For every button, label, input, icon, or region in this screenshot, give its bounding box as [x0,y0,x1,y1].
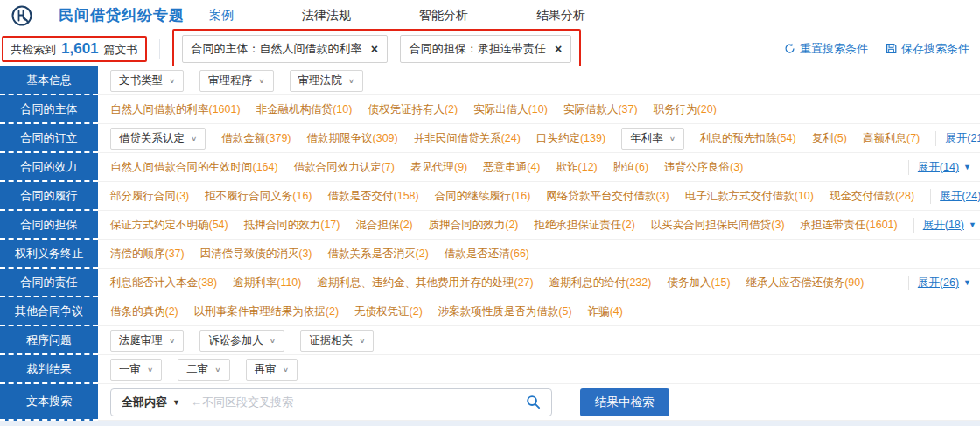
filter-option[interactable]: 以刑事案件审理结果为依据(2) [194,304,339,319]
filter-option[interactable]: 表见代理(9) [410,160,467,175]
sidebar-item-text-search[interactable]: 文本搜索 [0,384,98,421]
filter-option-count: (54) [776,132,795,144]
filter-dropdown[interactable]: 诉讼参加人∨ [200,330,284,352]
sidebar-category[interactable]: 合同的主体 [0,95,98,124]
close-icon[interactable]: × [371,43,378,55]
filter-option[interactable]: 逾期利率(110) [233,276,301,290]
filter-option[interactable]: 口头约定(139) [536,131,606,146]
expand-link[interactable]: 展开(26) [918,276,959,290]
filter-option[interactable]: 借款期限争议(309) [307,131,398,146]
filter-dropdown[interactable]: 审理程序∨ [200,70,273,92]
filter-option[interactable]: 诈骗(4) [588,304,623,319]
nav-item[interactable]: 结果分析 [536,8,585,24]
sidebar-category[interactable]: 程序问题 [0,326,98,355]
sidebar-category[interactable]: 基本信息 [0,66,98,95]
filter-option[interactable]: 部分履行合同(3) [110,189,189,204]
filter-option[interactable]: 网络贷款平台交付借款(3) [546,189,668,204]
filter-option[interactable]: 因清偿导致债的消灭(3) [200,247,312,262]
save-search-button[interactable]: 保存搜索条件 [886,41,970,57]
sidebar-category[interactable]: 其他合同争议 [0,297,98,326]
filter-option[interactable]: 以买卖合同担保民间借贷(3) [651,218,785,233]
filter-option[interactable]: 拒不履行合同义务(16) [205,189,312,204]
filter-option-label: 胁迫 [613,161,635,173]
filter-option[interactable]: 借款金额(379) [221,131,290,146]
expand-link[interactable]: 展开(24) [940,189,980,204]
filter-option[interactable]: 混合担保(2) [355,218,412,233]
close-icon[interactable]: × [555,43,562,55]
filter-dropdown[interactable]: 再审∨ [246,359,298,381]
sidebar-category[interactable]: 合同的担保 [0,211,98,240]
filter-option[interactable]: 电子汇款方式交付借款(10) [685,189,814,204]
filter-option[interactable]: 借款是否还清(66) [444,247,529,262]
filter-option[interactable]: 并非民间借贷关系(24) [414,131,521,146]
filter-dropdown[interactable]: 借贷关系认定∨ [110,128,206,150]
filter-option[interactable]: 借条的真伪(2) [110,304,178,319]
filter-option[interactable]: 高额利息(7) [863,131,920,146]
filter-dropdown[interactable]: 文书类型∨ [110,70,184,92]
filter-option[interactable]: 无债权凭证(2) [354,304,423,319]
filter-option[interactable]: 承担连带责任(1601) [801,218,898,233]
filter-option[interactable]: 职务行为(20) [654,102,717,117]
filter-option[interactable]: 债权凭证持有人(2) [368,102,458,117]
sidebar-category[interactable]: 合同的履行 [0,182,98,211]
filter-option[interactable]: 利息的预先扣除(54) [700,131,796,146]
filter-dropdown[interactable]: 审理法院∨ [290,70,363,92]
filter-option[interactable]: 借款关系是否消灭(2) [328,247,429,262]
search-icon[interactable] [526,395,541,409]
filter-dropdown[interactable]: 二审∨ [178,359,229,381]
nav-item[interactable]: 法律法规 [302,8,351,24]
reset-search-button[interactable]: 重置搜索条件 [784,41,868,57]
filter-dropdown[interactable]: 证据相关∨ [300,330,374,352]
filter-option[interactable]: 自然人间借款合同的生效时间(164) [110,160,278,175]
filter-option-label: 非金融机构借贷 [256,103,333,115]
filter-option[interactable]: 债务加入(15) [667,276,730,290]
filter-option[interactable]: 违背公序良俗(3) [664,160,743,175]
sidebar-category[interactable]: 合同的订立 [0,124,98,153]
search-in-results-button[interactable]: 结果中检索 [580,388,669,416]
search-scope-select[interactable]: 全部内容 ▼ [122,395,180,410]
text-search-body: 全部内容 ▼ 结果中检索 [98,384,980,421]
filter-option[interactable]: 逾期利息、违约金、其他费用并存的处理(27) [318,276,534,290]
filter-dropdown[interactable]: 法庭审理∨ [110,330,184,352]
filter-option[interactable]: 实际出借人(10) [473,102,548,117]
filter-dropdown[interactable]: 年利率∨ [621,128,684,150]
filter-option[interactable]: 欺诈(12) [556,160,598,175]
filter-option[interactable]: 合同的继续履行(16) [435,189,531,204]
filter-option[interactable]: 保证方式约定不明确(54) [110,218,228,233]
sidebar-category[interactable]: 裁判结果 [0,355,98,384]
filter-option[interactable]: 利息能否计入本金(38) [110,276,217,290]
filter-option[interactable]: 非金融机构借贷(10) [256,102,353,117]
sidebar-category[interactable]: 合同的效力 [0,153,98,182]
filter-option[interactable]: 清偿的顺序(37) [110,247,185,262]
nav-item[interactable]: 智能分析 [419,8,468,24]
filter-option[interactable]: 逾期利息的给付(232) [550,276,652,290]
filter-option-label: 涉案款项性质是否为借款 [438,305,559,318]
filter-option[interactable]: 抵押合同的效力(17) [244,218,340,233]
expand-link[interactable]: 展开(21) [945,131,980,146]
expand-link[interactable]: 展开(18) [923,218,964,233]
search-input[interactable] [191,395,515,409]
filter-option[interactable]: 拒绝承担保证责任(2) [535,218,635,233]
sidebar-category[interactable]: 权利义务终止 [0,240,98,269]
filter-tag[interactable]: 合同的担保：承担连带责任× [400,35,571,63]
filter-option[interactable]: 涉案款项性质是否为借款(5) [438,304,572,319]
nav-item[interactable]: 案例 [209,8,234,24]
filter-option[interactable]: 实际借款人(37) [564,102,638,117]
filter-option[interactable]: 质押合同的效力(2) [429,218,519,233]
filter-option[interactable]: 胁迫(6) [613,160,648,175]
filter-option[interactable]: 复利(5) [812,131,847,146]
filter-option[interactable]: 自然人间借款的利率(1601) [110,102,241,117]
chevron-down-icon: ∨ [214,366,220,373]
filter-option[interactable]: 借款是否交付(158) [328,189,419,204]
filter-dropdown[interactable]: 一审∨ [110,359,162,381]
filter-option[interactable]: 现金交付借款(28) [830,189,914,204]
app-logo-icon[interactable] [10,4,33,27]
expand-link[interactable]: 展开(14) [918,160,959,175]
filter-option[interactable]: 恶意串通(4) [483,160,540,175]
sidebar-category[interactable]: 合同的责任 [0,269,98,297]
filter-option[interactable]: 继承人应否偿还债务(90) [746,276,864,290]
filter-tag-label: 合同的担保：承担连带责任 [410,41,546,57]
filter-tag[interactable]: 合同的主体：自然人间借款的利率× [182,35,388,63]
filter-option[interactable]: 借款合同效力认定(7) [294,160,395,175]
filter-option-label: 恶意串通 [483,161,527,173]
